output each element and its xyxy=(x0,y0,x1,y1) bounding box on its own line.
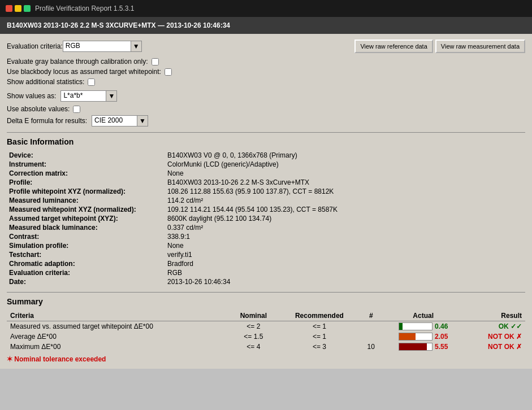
summary-hash xyxy=(361,321,382,332)
blackbody-row: Use blackbody locus as assumed target wh… xyxy=(7,68,525,76)
show-values-label: Show values as: xyxy=(7,92,56,100)
info-key: Profile: xyxy=(7,178,165,187)
col-actual: Actual xyxy=(382,311,465,321)
gray-balance-label: Evaluate gray balance through calibratio… xyxy=(7,58,148,66)
info-row: Simulation profile:None xyxy=(7,241,525,250)
info-key: Chromatic adaption: xyxy=(7,259,165,268)
main-content: Evaluation criteria: RGB ▼ View raw refe… xyxy=(0,34,532,369)
info-value: None xyxy=(165,169,525,178)
view-raw-reference-button[interactable]: View raw reference data xyxy=(354,40,432,53)
info-key: Evaluation criteria: xyxy=(7,268,165,277)
show-values-select-wrapper: L*a*b* ▼ xyxy=(60,90,117,102)
info-value: Bradford xyxy=(165,259,525,268)
summary-actual: 2.05 xyxy=(435,333,448,341)
title-bar: Profile Verification Report 1.5.3.1 xyxy=(0,0,532,17)
absolute-values-checkbox[interactable] xyxy=(73,106,80,113)
col-recommended: Recommended xyxy=(278,311,360,321)
summary-recommended: <= 3 xyxy=(278,342,360,352)
summary-nominal: <= 4 xyxy=(228,342,278,352)
info-key: Date: xyxy=(7,277,165,286)
window-controls xyxy=(6,5,31,12)
bar-cell: 2.05 xyxy=(385,333,461,341)
evaluation-criteria-select-wrapper: RGB ▼ xyxy=(63,41,142,52)
info-row: Evaluation criteria:RGB xyxy=(7,268,525,277)
additional-stats-label: Show additional statistics: xyxy=(7,78,84,86)
info-row: Chromatic adaption:Bradford xyxy=(7,259,525,268)
blackbody-label: Use blackbody locus as assumed target wh… xyxy=(7,68,161,76)
subtitle-bar: B140XW03 2013-10-26 2.2 M-S 3XCURVE+MTX … xyxy=(0,17,532,34)
yellow-dot xyxy=(15,5,21,12)
red-dot xyxy=(6,5,12,12)
info-key: Simulation profile: xyxy=(7,241,165,250)
gray-balance-row: Evaluate gray balance through calibratio… xyxy=(7,58,525,66)
additional-stats-row: Show additional statistics: xyxy=(7,78,525,86)
delta-e-select-wrapper: CIE 2000 ▼ xyxy=(92,115,148,127)
info-row: Assumed target whitepoint (XYZ):8600K da… xyxy=(7,214,525,223)
delta-e-label: Delta E formula for results: xyxy=(7,117,87,125)
info-key: Profile whitepoint XYZ (normalized): xyxy=(7,187,165,196)
summary-nominal: <= 1.5 xyxy=(228,332,278,342)
info-value: B140XW03 2013-10-26 2.2 M-S 3xCurve+MTX xyxy=(165,178,525,187)
info-row: Testchart:verify.ti1 xyxy=(7,250,525,259)
green-dot xyxy=(24,5,31,12)
info-key: Contrast: xyxy=(7,232,165,241)
divider-1 xyxy=(7,132,525,133)
info-key: Assumed target whitepoint (XYZ): xyxy=(7,214,165,223)
gray-balance-checkbox[interactable] xyxy=(152,58,159,66)
basic-info-title: Basic Information xyxy=(7,137,525,146)
summary-hash: 10 xyxy=(361,342,382,352)
footnote: ✶ Nominal tolerance exceeded xyxy=(7,355,525,363)
info-value: 338.9:1 xyxy=(165,232,525,241)
info-row: Profile:B140XW03 2013-10-26 2.2 M-S 3xCu… xyxy=(7,178,525,187)
evaluation-criteria-value[interactable]: RGB xyxy=(63,41,131,52)
delta-e-value[interactable]: CIE 2000 xyxy=(92,115,137,127)
info-value: None xyxy=(165,241,525,250)
col-nominal: Nominal xyxy=(228,311,278,321)
info-value: 108.26 112.88 155.63 (95.9 100 137.87), … xyxy=(165,187,525,196)
absolute-values-label: Use absolute values: xyxy=(7,105,70,113)
info-row: Profile whitepoint XYZ (normalized):108.… xyxy=(7,187,525,196)
evaluation-criteria-label: Evaluation criteria: xyxy=(7,42,63,50)
info-key: Device: xyxy=(7,151,165,160)
summary-actual-cell: 0.46 xyxy=(382,321,465,332)
additional-stats-checkbox[interactable] xyxy=(88,78,95,86)
bar-cell: 0.46 xyxy=(385,322,461,330)
info-row: Measured luminance:114.2 cd/m² xyxy=(7,196,525,205)
summary-actual: 5.55 xyxy=(435,343,448,351)
info-row: Contrast:338.9:1 xyxy=(7,232,525,241)
info-row: Correction matrix:None xyxy=(7,169,525,178)
bar-container xyxy=(399,322,432,330)
bar-cell: 5.55 xyxy=(385,343,461,351)
info-key: Measured black luminance: xyxy=(7,223,165,232)
delta-e-dropdown[interactable]: ▼ xyxy=(137,115,148,127)
bar-container xyxy=(399,343,432,351)
summary-criteria: Measured vs. assumed target whitepoint Δ… xyxy=(7,321,228,332)
absolute-values-row: Use absolute values: xyxy=(7,105,525,113)
evaluation-criteria-dropdown[interactable]: ▼ xyxy=(131,41,142,52)
summary-table: Criteria Nominal Recommended # Actual Re… xyxy=(7,311,525,352)
delta-e-row: Delta E formula for results: CIE 2000 ▼ xyxy=(7,115,525,127)
col-result: Result xyxy=(465,311,525,321)
summary-criteria: Maximum ΔE*00 xyxy=(7,342,228,352)
divider-2 xyxy=(7,292,525,293)
summary-actual-cell: 2.05 xyxy=(382,332,465,342)
info-value: ColorMunki (LCD (generic)/Adaptive) xyxy=(165,160,525,169)
info-row: Device:B140XW03 V0 @ 0, 0, 1366x768 (Pri… xyxy=(7,151,525,160)
info-value: 2013-10-26 10:46:34 xyxy=(165,277,525,286)
info-value: verify.ti1 xyxy=(165,250,525,259)
summary-title: Summary xyxy=(7,297,525,306)
show-values-dropdown[interactable]: ▼ xyxy=(106,90,117,102)
info-key: Instrument: xyxy=(7,160,165,169)
info-row: Date:2013-10-26 10:46:34 xyxy=(7,277,525,286)
view-raw-measurement-button[interactable]: View raw measurement data xyxy=(435,40,525,53)
top-controls-row: Evaluation criteria: RGB ▼ View raw refe… xyxy=(7,40,525,53)
summary-row: Maximum ΔE*00 <= 4 <= 3 10 5.55 NOT OK ✗ xyxy=(7,342,525,352)
show-values-value[interactable]: L*a*b* xyxy=(60,90,106,102)
summary-actual-cell: 5.55 xyxy=(382,342,465,352)
info-row: Instrument:ColorMunki (LCD (generic)/Ada… xyxy=(7,160,525,169)
info-key: Measured luminance: xyxy=(7,196,165,205)
info-key: Measured whitepoint XYZ (normalized): xyxy=(7,205,165,214)
show-values-row: Show values as: L*a*b* ▼ xyxy=(7,90,525,102)
summary-row: Average ΔE*00 <= 1.5 <= 1 2.05 NOT OK ✗ xyxy=(7,332,525,342)
blackbody-checkbox[interactable] xyxy=(165,68,172,76)
